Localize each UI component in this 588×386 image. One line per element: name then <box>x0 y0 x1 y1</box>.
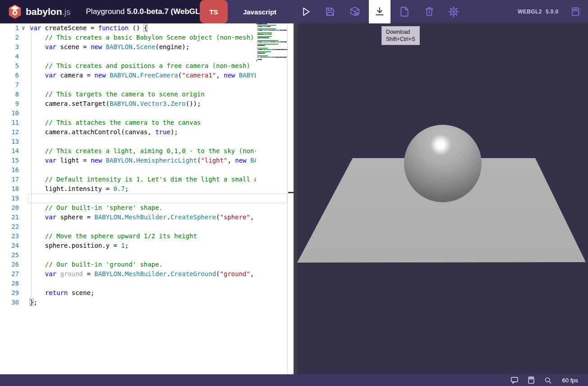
line-number: 28 <box>0 279 19 288</box>
engine-label: WEBGL2 <box>518 0 542 23</box>
indent-guide <box>31 33 32 298</box>
line-number: 21 <box>0 213 19 222</box>
code-line[interactable]: 14 // This creates a light, aiming 0,1,0… <box>0 146 256 156</box>
fold-chevron-icon[interactable]: ∨ <box>22 23 25 33</box>
code-line[interactable]: 29 return scene; <box>0 288 256 298</box>
typescript-toggle-button[interactable]: TS <box>200 0 228 23</box>
line-number: 29 <box>0 288 19 298</box>
settings-button[interactable] <box>444 0 464 23</box>
code-line[interactable]: 6 var camera = new BABYLON.FreeCamera("c… <box>0 71 256 80</box>
line-number: 7 <box>0 80 19 90</box>
docs-button[interactable] <box>526 375 536 385</box>
code-line[interactable]: 12 camera.attachControl(canvas, true); <box>0 127 256 137</box>
download-icon <box>374 6 386 18</box>
line-number: 6 <box>0 71 19 80</box>
code-line[interactable]: 17 // Default intensity is 1. Let's dim … <box>0 175 256 184</box>
book-icon <box>527 376 536 385</box>
line-number: 1 <box>0 23 19 33</box>
comments-button[interactable] <box>510 375 519 385</box>
line-number: 3 <box>0 42 19 52</box>
download-button[interactable] <box>369 0 390 23</box>
code-line[interactable]: 11 // This attaches the camera to the ca… <box>0 118 256 127</box>
examples-book-icon <box>570 6 582 18</box>
code-line[interactable]: 24 sphere.position.y = 1; <box>0 241 256 250</box>
code-line[interactable]: 10 <box>0 109 256 118</box>
search-button[interactable] <box>543 375 553 385</box>
code-line[interactable]: 1∨var createScene = function () { <box>0 23 256 33</box>
line-number: 24 <box>0 241 19 250</box>
play-icon <box>300 6 312 18</box>
code-line[interactable]: 22 <box>0 222 256 232</box>
new-playground-button[interactable] <box>395 0 414 23</box>
inspector-button[interactable] <box>345 0 365 23</box>
code-line[interactable]: 19 <box>0 194 256 203</box>
comment-bubble-icon <box>510 376 519 385</box>
line-number: 22 <box>0 222 19 232</box>
code-line[interactable]: 5 // This creates and positions a free c… <box>0 61 256 71</box>
line-number: 5 <box>0 61 19 71</box>
save-button[interactable] <box>320 0 340 23</box>
code-line[interactable]: 28 <box>0 279 256 288</box>
minimap[interactable] <box>256 23 287 63</box>
code-line[interactable]: 4 <box>0 52 256 61</box>
code-line[interactable]: 8 // This targets the camera to scene or… <box>0 90 256 99</box>
code-line[interactable]: 3 var scene = new BABYLON.Scene(engine); <box>0 42 256 52</box>
code-line[interactable]: 27 var ground = BABYLON.MeshBuilder.Crea… <box>0 269 256 279</box>
canvas-status-bar: 60 fps <box>0 374 588 386</box>
code-line[interactable]: 7 <box>0 80 256 90</box>
code-line[interactable]: 9 camera.setTarget(BABYLON.Vector3.Zero(… <box>0 99 256 109</box>
language-selector[interactable]: Javascript <box>238 0 281 23</box>
trash-icon <box>423 6 435 18</box>
line-number: 4 <box>0 52 19 61</box>
line-number: 30 <box>0 298 19 307</box>
line-number: 17 <box>0 175 19 184</box>
line-number: 11 <box>0 118 19 127</box>
line-number: 12 <box>0 127 19 137</box>
babylon-logo-icon[interactable] <box>7 4 23 19</box>
code-line[interactable]: 30}; <box>0 298 256 307</box>
page-title: Playground 5.0.0-beta.7 (WebGL2) <box>86 7 207 16</box>
code-line[interactable]: 15 var light = new BABYLON.HemisphericLi… <box>0 156 256 165</box>
tooltip-shortcut: Shift+Ctrl+S <box>386 36 415 43</box>
fps-counter: 60 fps <box>562 377 578 384</box>
editor-border <box>287 23 288 374</box>
code-line[interactable]: 26 // Our built-in 'ground' shape. <box>0 260 256 269</box>
pane-splitter[interactable] <box>294 23 297 374</box>
examples-button[interactable] <box>566 0 586 23</box>
line-number: 14 <box>0 146 19 156</box>
code-line[interactable]: 23 // Move the sphere upward 1/2 its hei… <box>0 232 256 241</box>
version-label: 5.0.0 <box>546 0 559 23</box>
code-line[interactable]: 2 // This creates a basic Babylon Scene … <box>0 33 256 42</box>
code-line[interactable]: 20 // Our built-in 'sphere' shape. <box>0 203 256 213</box>
line-number: 23 <box>0 232 19 241</box>
top-toolbar: babylon.js Playground 5.0.0-beta.7 (WebG… <box>0 0 588 23</box>
splitter-handle[interactable] <box>288 192 294 193</box>
gear-icon <box>448 6 459 18</box>
line-number: 8 <box>0 90 19 99</box>
code-editor[interactable]: 1∨var createScene = function () {2 // Th… <box>0 23 294 374</box>
line-number: 27 <box>0 269 19 279</box>
search-icon <box>543 376 552 385</box>
brand-wordmark: babylon.js <box>26 6 71 17</box>
code-line[interactable]: 25 <box>0 250 256 260</box>
clear-button[interactable] <box>419 0 439 23</box>
code-line[interactable]: 16 <box>0 165 256 175</box>
new-file-icon <box>399 6 410 18</box>
code-lines[interactable]: 1∨var createScene = function () {2 // Th… <box>0 23 256 374</box>
line-number: 26 <box>0 260 19 269</box>
render-canvas[interactable] <box>297 23 588 374</box>
inspector-icon <box>349 6 361 18</box>
sphere-mesh <box>404 125 482 202</box>
line-number: 25 <box>0 250 19 260</box>
line-number: 18 <box>0 184 19 194</box>
line-number: 13 <box>0 137 19 146</box>
save-icon <box>324 6 336 18</box>
line-number: 9 <box>0 99 19 109</box>
code-line[interactable]: 18 light.intensity = 0.7; <box>0 184 256 194</box>
run-button[interactable] <box>296 0 316 23</box>
code-line[interactable]: 21 var sphere = BABYLON.MeshBuilder.Crea… <box>0 213 256 222</box>
code-line[interactable]: 13 <box>0 137 256 146</box>
line-number: 19 <box>0 194 19 203</box>
tooltip-title: Download <box>386 28 415 36</box>
line-number: 15 <box>0 156 19 165</box>
